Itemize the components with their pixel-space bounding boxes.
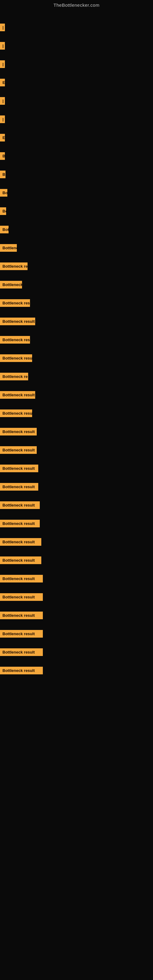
bottleneck-label: | <box>0 60 5 68</box>
list-item: Bottleneck result <box>0 385 153 404</box>
list-item: Bo <box>0 202 153 220</box>
list-item: Bo <box>0 165 153 183</box>
bottleneck-label: Bottleneck result <box>0 593 43 601</box>
bottleneck-label: Bottleneck result <box>0 318 35 325</box>
list-item: Bottleneck resu <box>0 404 153 422</box>
bottleneck-label: Bottleneck result <box>0 667 43 675</box>
bottleneck-label: | <box>0 24 5 31</box>
bottleneck-label: Bottleneck result <box>0 538 41 546</box>
bottleneck-label: Bot <box>0 189 7 197</box>
bottleneck-label: Bo <box>0 170 5 178</box>
bottleneck-label: Bottleneck result <box>0 575 43 582</box>
bottleneck-label: Bottleneck <box>0 281 22 288</box>
list-item: | <box>0 18 153 37</box>
list-item: E <box>0 128 153 147</box>
list-item: | <box>0 110 153 128</box>
bottleneck-label: Bottleneck result <box>0 428 37 436</box>
list-item: Bottleneck res <box>0 294 153 312</box>
bottleneck-label: Bo <box>0 207 6 215</box>
site-title: TheBottlenecker.com <box>0 0 153 9</box>
bottleneck-label: Bottleneck resu <box>0 409 32 417</box>
bottleneck-label: | <box>0 97 5 105</box>
list-item: | <box>0 37 153 55</box>
list-item: Bottlene <box>0 239 153 257</box>
bottleneck-label: E <box>0 134 5 142</box>
list-item: Bottleneck re <box>0 257 153 275</box>
list-item: Bottleneck result <box>0 606 153 624</box>
bottleneck-label: Bottleneck re <box>0 373 28 380</box>
bottleneck-label: Bottleneck result <box>0 391 35 399</box>
list-item: | <box>0 55 153 73</box>
list-item: Bot <box>0 183 153 202</box>
bottleneck-label: Bottleneck result <box>0 465 38 472</box>
list-item: Bottleneck result <box>0 459 153 477</box>
bottleneck-label: Bottleneck result <box>0 520 40 527</box>
bottleneck-label: Bottleneck result <box>0 612 43 619</box>
list-item: Bottleneck result <box>0 477 153 496</box>
bottleneck-label: Bottleneck res <box>0 299 30 307</box>
bottleneck-label: | <box>0 42 5 49</box>
list-item: Bottleneck <box>0 275 153 294</box>
list-item: Bott <box>0 220 153 239</box>
list-item: E <box>0 73 153 92</box>
list-item: Bottleneck res <box>0 331 153 349</box>
bottleneck-label: Bott <box>0 226 9 233</box>
list-item: Bottleneck result <box>0 312 153 331</box>
bottleneck-label: Bottleneck resu <box>0 354 32 362</box>
bottleneck-label: B <box>0 152 5 160</box>
bottleneck-label: Bottleneck result <box>0 483 38 491</box>
list-item: Bottleneck result <box>0 533 153 551</box>
bottleneck-label: Bottleneck result <box>0 630 43 638</box>
list-item: Bottleneck result <box>0 422 153 441</box>
bottleneck-label: Bottleneck result <box>0 557 41 564</box>
list-item: Bottleneck re <box>0 367 153 385</box>
list-item: Bottleneck result <box>0 661 153 679</box>
list-item: Bottleneck result <box>0 569 153 588</box>
list-item: Bottleneck result <box>0 441 153 459</box>
bottleneck-label: E <box>0 79 5 86</box>
bottleneck-label: Bottleneck re <box>0 262 27 270</box>
list-item: Bottleneck result <box>0 496 153 514</box>
bottleneck-label: Bottlene <box>0 244 17 252</box>
bottleneck-label: Bottleneck result <box>0 501 40 509</box>
bottleneck-label: Bottleneck result <box>0 446 37 454</box>
list-item: Bottleneck result <box>0 514 153 533</box>
list-item: B <box>0 147 153 165</box>
list-item: | <box>0 92 153 110</box>
list-item: Bottleneck result <box>0 624 153 643</box>
bottleneck-label: | <box>0 115 5 123</box>
list-item: Bottleneck result <box>0 643 153 661</box>
list-item: Bottleneck result <box>0 551 153 569</box>
list-item: Bottleneck resu <box>0 349 153 367</box>
items-container: |||E||EBBoBotBoBottBottleneBottleneck re… <box>0 9 153 679</box>
bottleneck-label: Bottleneck result <box>0 648 43 656</box>
list-item: Bottleneck result <box>0 588 153 606</box>
bottleneck-label: Bottleneck res <box>0 336 30 344</box>
